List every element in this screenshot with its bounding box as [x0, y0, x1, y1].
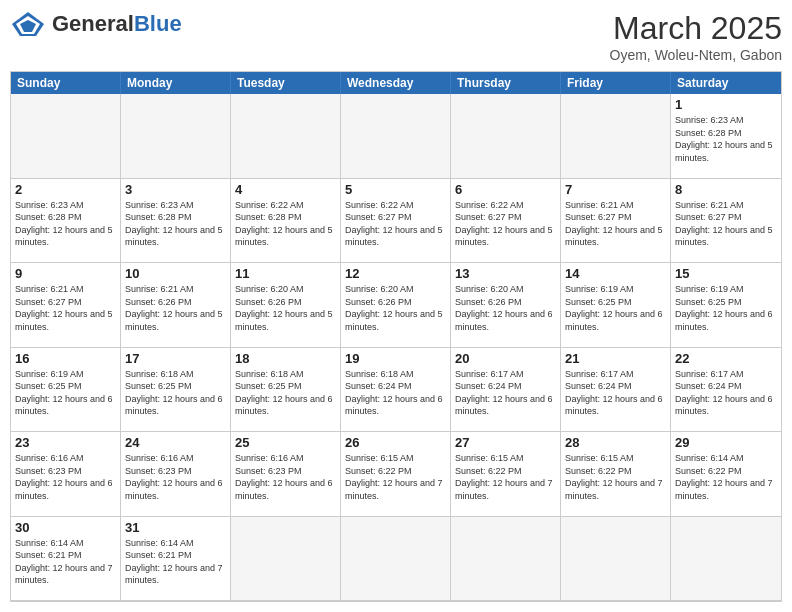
calendar-cell: [231, 517, 341, 602]
calendar-cell: 27Sunrise: 6:15 AMSunset: 6:22 PMDayligh…: [451, 432, 561, 517]
calendar-cell: 4Sunrise: 6:22 AMSunset: 6:28 PMDaylight…: [231, 179, 341, 264]
calendar-cell: 15Sunrise: 6:19 AMSunset: 6:25 PMDayligh…: [671, 263, 781, 348]
cell-info: Sunrise: 6:18 AMSunset: 6:25 PMDaylight:…: [125, 368, 226, 418]
date-number: 15: [675, 266, 777, 281]
calendar-cell: 9Sunrise: 6:21 AMSunset: 6:27 PMDaylight…: [11, 263, 121, 348]
calendar-cell: 6Sunrise: 6:22 AMSunset: 6:27 PMDaylight…: [451, 179, 561, 264]
date-number: 22: [675, 351, 777, 366]
date-number: 6: [455, 182, 556, 197]
cell-info: Sunrise: 6:21 AMSunset: 6:26 PMDaylight:…: [125, 283, 226, 333]
logo-blue: Blue: [134, 11, 182, 36]
cell-info: Sunrise: 6:16 AMSunset: 6:23 PMDaylight:…: [125, 452, 226, 502]
cell-info: Sunrise: 6:19 AMSunset: 6:25 PMDaylight:…: [15, 368, 116, 418]
calendar-cell: 16Sunrise: 6:19 AMSunset: 6:25 PMDayligh…: [11, 348, 121, 433]
date-number: 1: [675, 97, 777, 112]
page: GeneralBlue March 2025 Oyem, Woleu-Ntem,…: [0, 0, 792, 612]
cell-info: Sunrise: 6:22 AMSunset: 6:27 PMDaylight:…: [455, 199, 556, 249]
header-friday: Friday: [561, 72, 671, 94]
calendar-cell: [231, 94, 341, 179]
cell-info: Sunrise: 6:15 AMSunset: 6:22 PMDaylight:…: [345, 452, 446, 502]
calendar-cell: 28Sunrise: 6:15 AMSunset: 6:22 PMDayligh…: [561, 432, 671, 517]
date-number: 12: [345, 266, 446, 281]
calendar-cell: [121, 94, 231, 179]
date-number: 4: [235, 182, 336, 197]
date-number: 14: [565, 266, 666, 281]
cell-info: Sunrise: 6:15 AMSunset: 6:22 PMDaylight:…: [455, 452, 556, 502]
calendar: Sunday Monday Tuesday Wednesday Thursday…: [10, 71, 782, 602]
logo-icon: [10, 10, 46, 38]
calendar-cell: [561, 94, 671, 179]
date-number: 24: [125, 435, 226, 450]
cell-info: Sunrise: 6:23 AMSunset: 6:28 PMDaylight:…: [675, 114, 777, 164]
calendar-cell: 7Sunrise: 6:21 AMSunset: 6:27 PMDaylight…: [561, 179, 671, 264]
date-number: 23: [15, 435, 116, 450]
header-sunday: Sunday: [11, 72, 121, 94]
logo-general: General: [52, 11, 134, 36]
calendar-cell: [11, 94, 121, 179]
calendar-cell: 20Sunrise: 6:17 AMSunset: 6:24 PMDayligh…: [451, 348, 561, 433]
calendar-cell: [671, 517, 781, 602]
calendar-cell: 23Sunrise: 6:16 AMSunset: 6:23 PMDayligh…: [11, 432, 121, 517]
cell-info: Sunrise: 6:18 AMSunset: 6:25 PMDaylight:…: [235, 368, 336, 418]
cell-info: Sunrise: 6:21 AMSunset: 6:27 PMDaylight:…: [565, 199, 666, 249]
calendar-cell: 1Sunrise: 6:23 AMSunset: 6:28 PMDaylight…: [671, 94, 781, 179]
month-year: March 2025: [610, 10, 782, 47]
date-number: 21: [565, 351, 666, 366]
date-number: 11: [235, 266, 336, 281]
calendar-grid: 1Sunrise: 6:23 AMSunset: 6:28 PMDaylight…: [11, 94, 781, 601]
header-wednesday: Wednesday: [341, 72, 451, 94]
header-saturday: Saturday: [671, 72, 781, 94]
calendar-cell: [451, 94, 561, 179]
header-thursday: Thursday: [451, 72, 561, 94]
header-monday: Monday: [121, 72, 231, 94]
cell-info: Sunrise: 6:19 AMSunset: 6:25 PMDaylight:…: [675, 283, 777, 333]
calendar-cell: 14Sunrise: 6:19 AMSunset: 6:25 PMDayligh…: [561, 263, 671, 348]
cell-info: Sunrise: 6:18 AMSunset: 6:24 PMDaylight:…: [345, 368, 446, 418]
date-number: 27: [455, 435, 556, 450]
date-number: 30: [15, 520, 116, 535]
cell-info: Sunrise: 6:20 AMSunset: 6:26 PMDaylight:…: [455, 283, 556, 333]
calendar-cell: [561, 517, 671, 602]
calendar-cell: 24Sunrise: 6:16 AMSunset: 6:23 PMDayligh…: [121, 432, 231, 517]
date-number: 26: [345, 435, 446, 450]
date-number: 28: [565, 435, 666, 450]
calendar-cell: 31Sunrise: 6:14 AMSunset: 6:21 PMDayligh…: [121, 517, 231, 602]
date-number: 16: [15, 351, 116, 366]
date-number: 20: [455, 351, 556, 366]
calendar-cell: 25Sunrise: 6:16 AMSunset: 6:23 PMDayligh…: [231, 432, 341, 517]
day-headers: Sunday Monday Tuesday Wednesday Thursday…: [11, 72, 781, 94]
cell-info: Sunrise: 6:16 AMSunset: 6:23 PMDaylight:…: [235, 452, 336, 502]
cell-info: Sunrise: 6:23 AMSunset: 6:28 PMDaylight:…: [125, 199, 226, 249]
date-number: 17: [125, 351, 226, 366]
cell-info: Sunrise: 6:21 AMSunset: 6:27 PMDaylight:…: [15, 283, 116, 333]
cell-info: Sunrise: 6:17 AMSunset: 6:24 PMDaylight:…: [455, 368, 556, 418]
date-number: 9: [15, 266, 116, 281]
date-number: 10: [125, 266, 226, 281]
logo-text: GeneralBlue: [52, 11, 182, 37]
cell-info: Sunrise: 6:20 AMSunset: 6:26 PMDaylight:…: [345, 283, 446, 333]
date-number: 31: [125, 520, 226, 535]
calendar-cell: 26Sunrise: 6:15 AMSunset: 6:22 PMDayligh…: [341, 432, 451, 517]
date-number: 2: [15, 182, 116, 197]
cell-info: Sunrise: 6:22 AMSunset: 6:28 PMDaylight:…: [235, 199, 336, 249]
calendar-cell: 12Sunrise: 6:20 AMSunset: 6:26 PMDayligh…: [341, 263, 451, 348]
cell-info: Sunrise: 6:21 AMSunset: 6:27 PMDaylight:…: [675, 199, 777, 249]
location: Oyem, Woleu-Ntem, Gabon: [610, 47, 782, 63]
cell-info: Sunrise: 6:16 AMSunset: 6:23 PMDaylight:…: [15, 452, 116, 502]
date-number: 13: [455, 266, 556, 281]
date-number: 3: [125, 182, 226, 197]
calendar-cell: 18Sunrise: 6:18 AMSunset: 6:25 PMDayligh…: [231, 348, 341, 433]
calendar-cell: [341, 94, 451, 179]
header-tuesday: Tuesday: [231, 72, 341, 94]
cell-info: Sunrise: 6:14 AMSunset: 6:22 PMDaylight:…: [675, 452, 777, 502]
calendar-cell: 11Sunrise: 6:20 AMSunset: 6:26 PMDayligh…: [231, 263, 341, 348]
cell-info: Sunrise: 6:20 AMSunset: 6:26 PMDaylight:…: [235, 283, 336, 333]
calendar-cell: 3Sunrise: 6:23 AMSunset: 6:28 PMDaylight…: [121, 179, 231, 264]
date-number: 19: [345, 351, 446, 366]
cell-info: Sunrise: 6:23 AMSunset: 6:28 PMDaylight:…: [15, 199, 116, 249]
cell-info: Sunrise: 6:22 AMSunset: 6:27 PMDaylight:…: [345, 199, 446, 249]
date-number: 5: [345, 182, 446, 197]
calendar-cell: 2Sunrise: 6:23 AMSunset: 6:28 PMDaylight…: [11, 179, 121, 264]
cell-info: Sunrise: 6:17 AMSunset: 6:24 PMDaylight:…: [675, 368, 777, 418]
calendar-cell: 22Sunrise: 6:17 AMSunset: 6:24 PMDayligh…: [671, 348, 781, 433]
